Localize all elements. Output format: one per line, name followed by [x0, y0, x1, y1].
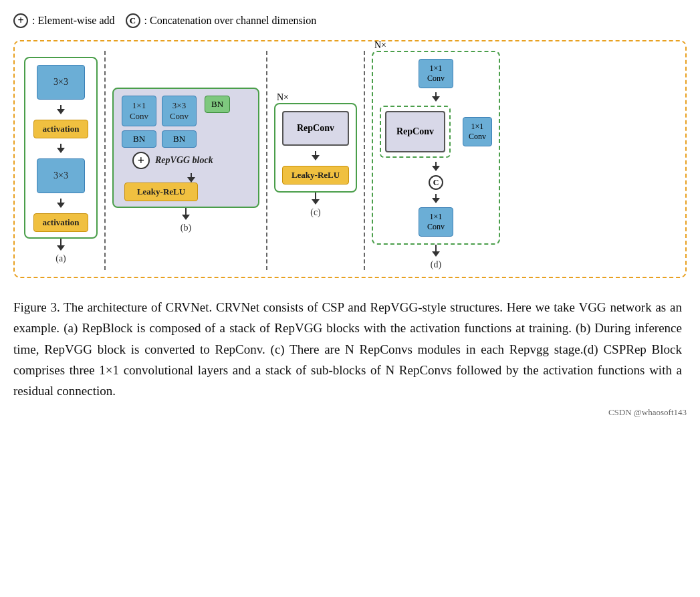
bn-green: BN: [205, 96, 230, 113]
leaky-relu-c: Leaky-ReLU: [282, 166, 349, 185]
box-3x3-bottom: 3×3: [37, 158, 85, 193]
section-d-wrap: N× 1×1 Conv: [372, 51, 500, 270]
label-b: (b): [181, 223, 191, 233]
section-b: 1×1 Conv BN 3×3 Conv BN: [112, 88, 259, 208]
watermark: CSDN @whaosoft143: [13, 407, 687, 418]
activation-box-1: activation: [33, 120, 88, 138]
divider-bc: [266, 51, 267, 270]
section-b-wrap: 1×1 Conv BN 3×3 Conv BN: [112, 88, 259, 233]
section-a: 3×3 activation 3×3: [24, 57, 98, 239]
leaky-relu-b: Leaky-ReLU: [124, 183, 198, 201]
arrow-a3: [57, 199, 65, 208]
d-repconv-row: RepConv 1×1 Conv: [380, 106, 492, 158]
arrow-d1: [432, 92, 440, 102]
caption-text: Figure 3. The architecture of CRVNet. CR…: [13, 297, 682, 402]
divider-ab: [104, 51, 106, 270]
bn-box-2: BN: [162, 130, 197, 148]
diagram: 3×3 activation 3×3: [13, 40, 687, 278]
arrow-c-bottom: [312, 193, 320, 205]
legend-plus: + : Element-wise add: [13, 13, 115, 28]
section-d-inner: 1×1 Conv RepConv: [380, 59, 492, 237]
bn-box-1: BN: [122, 130, 156, 148]
section-d: 1×1 Conv RepConv: [372, 51, 500, 245]
repconv-d: RepConv: [385, 111, 445, 152]
concat-icon: C: [126, 13, 140, 28]
label-a: (a): [55, 253, 66, 264]
arrow-c1: [312, 151, 320, 160]
nx-label-d: N×: [374, 40, 386, 51]
arrow-b1: [132, 173, 250, 183]
repconv-d-dashed: RepConv: [380, 106, 451, 158]
repvgg-label: RepVGG block: [155, 155, 213, 166]
arrow-d2: [432, 162, 440, 171]
legend-plus-label: : Element-wise add: [32, 15, 115, 27]
divider-cd: [364, 51, 365, 270]
plus-icon: +: [13, 13, 28, 28]
arrow-b-bottom: [182, 208, 190, 220]
legend: + : Element-wise add C : Concatenation o…: [13, 13, 687, 28]
conv-1x1: 1×1 Conv: [122, 96, 156, 126]
section-c-wrap: N× RepConv Leaky-ReLU: [274, 103, 357, 218]
activation-box-2: activation: [33, 213, 88, 232]
c-circle-d: C: [429, 175, 443, 190]
conv-bottom-d: 1×1 Conv: [419, 207, 453, 237]
arrow-d-bottom: [432, 245, 440, 257]
legend-concat: C : Concatenation over channel dimension: [126, 13, 317, 28]
nx-label-c: N×: [277, 92, 289, 103]
diagram-flex: 3×3 activation 3×3: [24, 51, 500, 270]
arrow-a1: [57, 105, 65, 114]
conv-right-d: 1×1 Conv: [463, 117, 492, 146]
label-c: (c): [310, 207, 321, 218]
box-3x3-top: 3×3: [37, 65, 85, 100]
arrow-a2: [57, 144, 65, 153]
arrow-d3: [432, 194, 440, 203]
conv-top-d: 1×1 Conv: [419, 59, 453, 88]
conv-3x3: 3×3 Conv: [162, 96, 197, 126]
plus-circle-b: +: [132, 152, 150, 169]
arrow-a-bottom: [57, 239, 65, 251]
label-d: (d): [431, 259, 441, 270]
section-a-wrap: 3×3 activation 3×3: [24, 57, 98, 264]
section-c: RepConv Leaky-ReLU: [274, 103, 357, 193]
repconv-c: RepConv: [282, 111, 349, 146]
legend-concat-label: : Concatenation over channel dimension: [144, 15, 317, 27]
